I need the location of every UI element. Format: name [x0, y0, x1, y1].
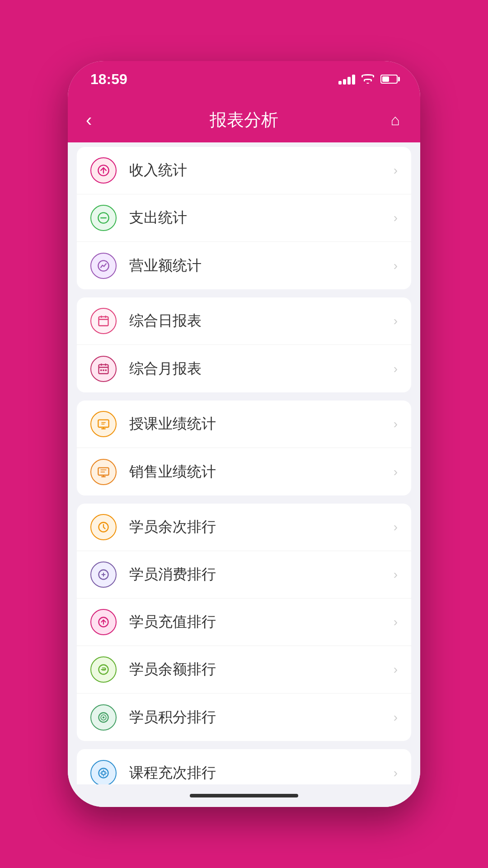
teaching-perf-chevron: › — [394, 417, 398, 431]
student-points-label: 学员积分排行 — [129, 708, 394, 727]
sales-perf-chevron: › — [394, 465, 398, 479]
daily-report-icon — [90, 308, 117, 334]
course-recharge-label: 课程充次排行 — [129, 763, 394, 783]
course-recharge-icon — [90, 760, 117, 785]
student-balance-chevron: › — [394, 662, 398, 677]
monthly-report-icon — [90, 356, 117, 382]
expense-stats-icon — [90, 205, 117, 231]
monthly-report-chevron: › — [394, 362, 398, 376]
battery-icon — [380, 75, 398, 84]
student-recharge-item[interactable]: 学员充值排行 › — [77, 599, 411, 646]
group-course: 课程充次排行 › — [77, 749, 411, 784]
group-income: 收入统计 › 支出统计 › — [77, 147, 411, 289]
student-sessions-label: 学员余次排行 — [129, 517, 394, 537]
student-recharge-chevron: › — [394, 615, 398, 629]
sales-perf-label: 销售业绩统计 — [129, 462, 394, 482]
daily-report-chevron: › — [394, 314, 398, 328]
svg-rect-13 — [105, 369, 107, 371]
course-recharge-item[interactable]: 课程充次排行 › — [77, 749, 411, 784]
revenue-stats-item[interactable]: 营业额统计 › — [77, 242, 411, 289]
revenue-stats-label: 营业额统计 — [129, 256, 394, 276]
svg-point-28 — [103, 716, 105, 718]
status-time: 18:59 — [90, 71, 127, 88]
wifi-icon — [361, 74, 374, 84]
status-bar: 18:59 — [68, 61, 420, 97]
revenue-stats-chevron: › — [394, 259, 398, 273]
student-sessions-chevron: › — [394, 520, 398, 534]
content-area: 收入统计 › 支出统计 › — [68, 142, 420, 784]
income-stats-icon — [90, 157, 117, 184]
signal-icon — [338, 74, 355, 85]
revenue-stats-icon — [90, 253, 117, 279]
student-balance-label: 学员余额排行 — [129, 660, 394, 679]
group-performance: 授课业绩统计 › 销售业绩统计 › — [77, 401, 411, 495]
teaching-perf-item[interactable]: 授课业绩统计 › — [77, 401, 411, 448]
student-recharge-label: 学员充值排行 — [129, 612, 394, 632]
student-spend-label: 学员消费排行 — [129, 565, 394, 585]
app-header: ‹ 报表分析 ⌂ — [68, 97, 420, 142]
income-stats-chevron: › — [394, 163, 398, 178]
svg-rect-19 — [98, 467, 108, 475]
sales-perf-item[interactable]: 销售业绩统计 › — [77, 448, 411, 495]
sales-perf-icon — [90, 459, 117, 485]
student-spend-chevron: › — [394, 567, 398, 582]
monthly-report-item[interactable]: 综合月报表 › — [77, 345, 411, 392]
page-title: 报表分析 — [210, 108, 278, 132]
svg-rect-12 — [103, 369, 104, 371]
expense-stats-chevron: › — [394, 211, 398, 225]
student-spend-item[interactable]: 学员消费排行 › — [77, 551, 411, 599]
student-points-item[interactable]: 学员积分排行 › — [77, 693, 411, 741]
svg-rect-3 — [99, 317, 108, 326]
student-recharge-icon — [90, 609, 117, 635]
teaching-perf-icon — [90, 411, 117, 437]
teaching-perf-label: 授课业绩统计 — [129, 414, 394, 434]
student-sessions-icon — [90, 514, 117, 540]
expense-stats-label: 支出统计 — [129, 208, 394, 228]
home-indicator — [68, 784, 420, 807]
back-button[interactable]: ‹ — [86, 111, 92, 129]
home-button[interactable]: ⌂ — [390, 111, 400, 129]
income-stats-item[interactable]: 收入统计 › — [77, 147, 411, 194]
income-stats-label: 收入统计 — [129, 160, 394, 180]
student-spend-icon — [90, 561, 117, 588]
student-balance-icon — [90, 656, 117, 683]
home-indicator-bar — [190, 794, 298, 797]
status-right — [338, 74, 398, 85]
phone-frame: 18:59 ‹ 报表分析 ⌂ — [68, 61, 420, 807]
student-points-chevron: › — [394, 710, 398, 725]
student-sessions-item[interactable]: 学员余次排行 › — [77, 504, 411, 551]
expense-stats-item[interactable]: 支出统计 › — [77, 194, 411, 242]
student-balance-item[interactable]: 学员余额排行 › — [77, 646, 411, 693]
group-reports: 综合日报表 › 综合月报表 › — [77, 297, 411, 392]
daily-report-item[interactable]: 综合日报表 › — [77, 297, 411, 345]
student-points-icon — [90, 704, 117, 731]
svg-rect-14 — [98, 420, 108, 427]
course-recharge-chevron: › — [394, 766, 398, 780]
monthly-report-label: 综合月报表 — [129, 359, 394, 379]
svg-rect-7 — [99, 364, 108, 373]
svg-rect-11 — [100, 369, 102, 371]
daily-report-label: 综合日报表 — [129, 311, 394, 331]
group-rankings: 学员余次排行 › 学员消费排行 › — [77, 504, 411, 741]
